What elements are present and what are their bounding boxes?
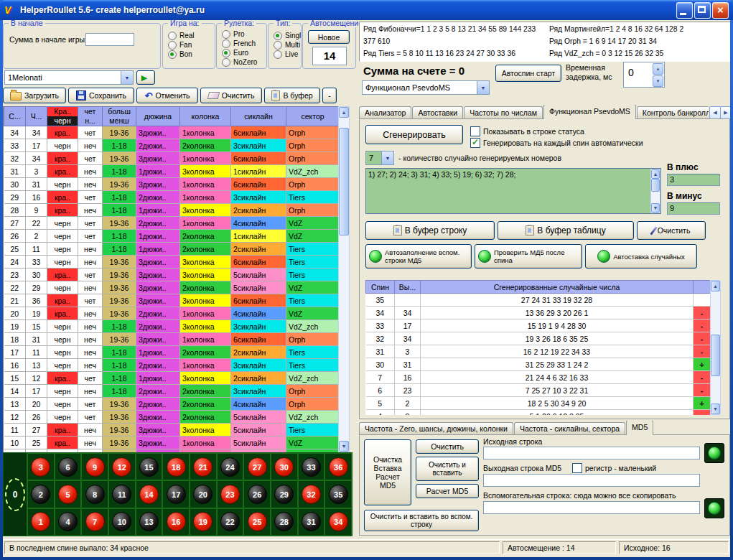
spinner-up-icon[interactable] bbox=[653, 63, 663, 75]
board-number-29[interactable]: 29 bbox=[271, 480, 298, 508]
col-sector[interactable]: сектор bbox=[286, 107, 340, 126]
radio-multi[interactable]: Multi bbox=[274, 40, 301, 50]
generated-row[interactable]: 3527 24 31 33 19 32 28 bbox=[366, 294, 711, 307]
toolbar-button-6[interactable]: - bbox=[322, 88, 337, 103]
col-gen-nums[interactable]: Сгенерированные случайные числа bbox=[421, 281, 694, 294]
tab-2[interactable]: Частота - сиклайны, сектора bbox=[514, 422, 625, 435]
history-row[interactable]: 3434кра..чет19-363дюжи..1колонка6сиклайн… bbox=[4, 126, 340, 139]
board-number-24[interactable]: 24 bbox=[217, 453, 244, 480]
history-row[interactable]: 1512кра..чет1-181дюжи..3колонка2сиклайнV… bbox=[4, 372, 340, 385]
board-zero[interactable]: 0 bbox=[4, 453, 27, 536]
tab-3[interactable]: Частоты по числам bbox=[464, 106, 543, 119]
plus-value-input[interactable]: 3 bbox=[667, 174, 720, 186]
col-sixline[interactable]: сиклайн bbox=[231, 107, 286, 126]
col-column[interactable]: колонка bbox=[180, 107, 231, 126]
history-row[interactable]: 1613черннеч1-182дюжи..1колонка3сиклайнTi… bbox=[4, 359, 340, 372]
history-row[interactable]: 2916кра..чет1-182дюжи..1колонка3сиклайнT… bbox=[4, 191, 340, 204]
new-shift-button[interactable]: Новое bbox=[308, 30, 350, 44]
toolbar-button-4[interactable]: Очистить bbox=[200, 88, 262, 103]
history-row[interactable]: 3317черннеч1-182дюжи..2колонка3сиклайнOr… bbox=[4, 139, 340, 152]
radio-singl[interactable]: Singl bbox=[274, 31, 301, 40]
board-number-13[interactable]: 13 bbox=[136, 508, 163, 536]
history-row[interactable]: 1831черннеч19-363дюжи..1колонка6сиклайнO… bbox=[4, 333, 340, 346]
tabs-scroll-right-button[interactable]: ▶ bbox=[720, 106, 730, 119]
board-number-14[interactable]: 14 bbox=[136, 480, 163, 508]
board-number-22[interactable]: 22 bbox=[217, 508, 244, 536]
history-row[interactable]: 1226чернчет19-363дюжи..2колонка5сиклайнV… bbox=[4, 411, 340, 424]
generated-row[interactable]: 5218 2 5 30 34 9 20+ bbox=[366, 397, 711, 410]
tab-3[interactable]: MD5 bbox=[626, 421, 653, 435]
scrollbar-up-icon[interactable] bbox=[339, 107, 349, 118]
history-row[interactable]: 2229черннеч19-363дюжи..2колонка5сиклайнV… bbox=[4, 281, 340, 294]
col-gen-result[interactable] bbox=[694, 281, 711, 294]
toolbar-button-2[interactable]: Сохранить bbox=[68, 88, 134, 103]
radio-bon[interactable]: Bon bbox=[168, 50, 215, 59]
col-spin[interactable]: С... bbox=[4, 107, 26, 126]
board-number-15[interactable]: 15 bbox=[136, 453, 163, 480]
board-number-2[interactable]: 2 bbox=[27, 480, 55, 508]
radio-real[interactable]: Real bbox=[168, 31, 215, 40]
history-row[interactable]: 289кра..неч1-181дюжи..3колонка2сиклайнOr… bbox=[4, 204, 340, 217]
history-row[interactable]: 1025кра..неч19-363дюжи..1колонка5сиклайн… bbox=[4, 437, 340, 449]
helper-string-input[interactable] bbox=[483, 501, 700, 514]
board-number-30[interactable]: 30 bbox=[271, 453, 298, 480]
history-row[interactable]: 2136кра..чет19-363дюжи..3колонка6сиклайн… bbox=[4, 294, 340, 307]
radio-euro[interactable]: Euro bbox=[222, 48, 266, 57]
md5-big-button[interactable]: Очистка Вставка Расчет MD5 bbox=[364, 439, 411, 505]
board-number-12[interactable]: 12 bbox=[108, 453, 136, 480]
col-number[interactable]: Ч... bbox=[26, 107, 47, 126]
scrollbar-down-icon[interactable] bbox=[651, 203, 660, 213]
generated-row[interactable]: 303131 25 29 33 1 24 2+ bbox=[366, 358, 711, 371]
history-scrollbar[interactable] bbox=[338, 106, 350, 452]
board-number-7[interactable]: 7 bbox=[81, 508, 108, 536]
history-row[interactable]: 262чернчет1-181дюжи..2колонка1сиклайнVdZ bbox=[4, 230, 340, 243]
history-row[interactable]: 2330кра..чет19-363дюжи..3колонка5сиклайн… bbox=[4, 269, 340, 281]
col-parity[interactable]: четн... bbox=[78, 107, 103, 126]
history-row[interactable]: 2511черннеч1-181дюжи..2колонка2сиклайнTi… bbox=[4, 243, 340, 256]
generated-row[interactable]: 343413 36 29 3 20 26 1- bbox=[366, 307, 711, 319]
close-button[interactable] bbox=[712, 2, 729, 19]
history-row[interactable]: 1915черннеч1-182дюжи..3колонка3сиклайнVd… bbox=[4, 320, 340, 333]
board-number-20[interactable]: 20 bbox=[190, 480, 217, 508]
col-dozen[interactable]: дюжина bbox=[136, 107, 180, 126]
generated-row[interactable]: 71621 24 4 6 32 16 33- bbox=[366, 371, 711, 384]
generated-row[interactable]: 331715 19 1 9 4 28 30- bbox=[366, 319, 711, 332]
board-number-34[interactable]: 34 bbox=[325, 508, 352, 536]
history-row[interactable]: 3031черннеч19-363дюжи..1колонка6сиклайнO… bbox=[4, 178, 340, 191]
generate-button[interactable]: Сгенерировать bbox=[365, 125, 463, 144]
clear-generated-button[interactable]: Очистить bbox=[637, 221, 706, 240]
autofill-md5-button[interactable]: Автозаполнение вспом. строки МД5 bbox=[365, 244, 472, 269]
history-row[interactable]: 313кра..неч1-181дюжи..3колонка1сиклайнVd… bbox=[4, 165, 340, 178]
scrollbar-thumb[interactable] bbox=[711, 335, 720, 376]
spinner-down-icon[interactable] bbox=[653, 75, 663, 87]
generated-row[interactable]: 31316 2 12 19 22 34 33- bbox=[366, 345, 711, 358]
tab-2[interactable]: Автоставки bbox=[412, 106, 463, 119]
clear-paste-helper-button[interactable]: Очистить и вставить во вспом. строку bbox=[364, 510, 479, 531]
tabs-scroll-left-button[interactable]: ◀ bbox=[709, 106, 721, 119]
radio-french[interactable]: French bbox=[222, 39, 266, 48]
board-number-10[interactable]: 10 bbox=[108, 508, 136, 536]
md5-clear-paste-button[interactable]: Очистить и вставить bbox=[416, 457, 479, 481]
toolbar-button-3[interactable]: Отменить bbox=[136, 88, 198, 103]
auto-generate-checkbox[interactable]: Генерировать на каждый спин автоматическ… bbox=[470, 138, 643, 148]
maximize-button[interactable] bbox=[694, 2, 711, 19]
source-string-input[interactable] bbox=[483, 447, 700, 459]
history-row[interactable]: 1127кра..неч19-363дюжи..3колонка5сиклайн… bbox=[4, 424, 340, 437]
board-number-33[interactable]: 33 bbox=[298, 453, 325, 480]
radio-pro[interactable]: Pro bbox=[222, 29, 266, 39]
generated-row[interactable]: 6237 25 27 10 3 22 31- bbox=[366, 384, 711, 397]
tab-1[interactable]: Частота - Zero, шансы, дюжины, колонки bbox=[359, 422, 513, 435]
copy-line-button[interactable]: В буфер строку bbox=[365, 221, 495, 240]
history-row[interactable]: 2019кра..неч19-362дюжи..1колонка4сиклайн… bbox=[4, 307, 340, 320]
output-string-input[interactable] bbox=[483, 474, 700, 487]
history-row[interactable]: 1320чернчет19-362дюжи..2колонка4сиклайнO… bbox=[4, 398, 340, 411]
board-number-31[interactable]: 31 bbox=[298, 508, 325, 536]
radio-fan[interactable]: Fan bbox=[168, 40, 215, 50]
board-number-1[interactable]: 1 bbox=[27, 508, 55, 536]
minus-value-input[interactable]: 9 bbox=[667, 202, 720, 215]
md5-clear-button[interactable]: Очистить bbox=[416, 439, 479, 454]
tab-4[interactable]: Функционал PsevdoMS bbox=[543, 105, 636, 119]
copy-table-button[interactable]: В буфер таблицу bbox=[498, 221, 634, 240]
delay-spinner[interactable]: 0 bbox=[623, 62, 665, 88]
board-number-5[interactable]: 5 bbox=[55, 480, 82, 508]
